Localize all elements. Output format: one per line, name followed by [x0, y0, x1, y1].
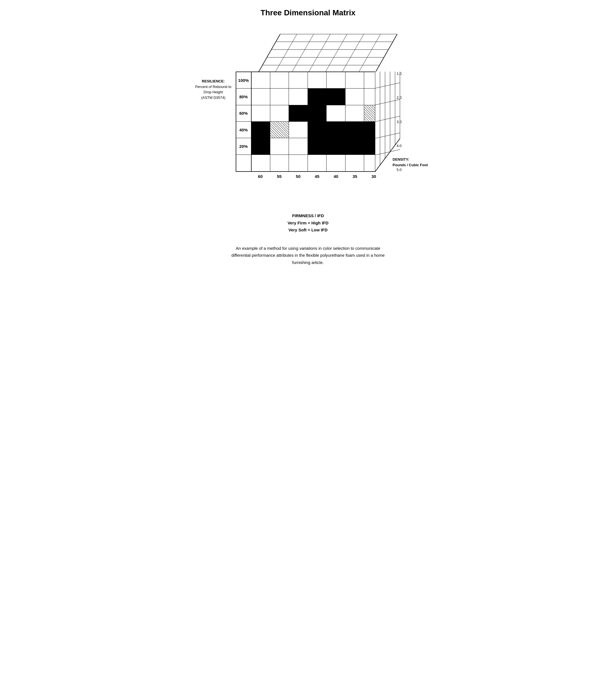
density-tick: 5.0	[396, 167, 401, 172]
grid-row: 80%	[236, 88, 383, 105]
grid-cell	[327, 105, 345, 121]
col-label: 50	[289, 172, 307, 179]
description-text: An example of a method for using variati…	[227, 245, 389, 266]
row-label	[236, 155, 252, 171]
grid-cell	[346, 138, 364, 154]
grid-cell	[308, 72, 327, 88]
resilience-label: RESILIENCE: Percent of Rebound to Drop H…	[191, 78, 236, 100]
grid-cell	[289, 155, 307, 171]
grid-cells	[252, 138, 383, 154]
column-labels: 60555045403530	[236, 172, 384, 179]
grid-row: 100%	[236, 72, 383, 88]
grid-cell	[252, 122, 270, 138]
svg-marker-1	[258, 34, 397, 73]
grid-cells	[252, 72, 383, 88]
grid-cell	[289, 122, 307, 138]
grid-cell	[327, 88, 345, 105]
density-tick: 1.0	[396, 72, 401, 76]
col-label: 60	[251, 172, 270, 179]
chart-container: RESILIENCE: Percent of Rebound to Drop H…	[194, 34, 422, 195]
row-label: 80%	[236, 88, 252, 105]
row-label: 40%	[236, 122, 252, 138]
grid-cell	[346, 155, 364, 171]
col-label: 45	[307, 172, 327, 179]
grid-cell	[252, 88, 270, 105]
density-tick: 2.0	[396, 96, 401, 100]
front-face: 100%80%60%40%20%	[236, 72, 384, 172]
grid-row: 20%	[236, 138, 383, 154]
row-label: 100%	[236, 72, 252, 88]
grid-row	[236, 155, 383, 171]
grid-cell	[308, 155, 327, 171]
grid-cell	[270, 105, 289, 121]
grid-row: 40%	[236, 122, 383, 138]
grid-cell	[289, 72, 307, 88]
grid-cell	[308, 105, 327, 121]
grid-cell	[327, 122, 345, 138]
row-label: 60%	[236, 105, 252, 121]
grid-cell	[346, 105, 364, 121]
row-label: 20%	[236, 138, 252, 154]
density-label: DENSITY: Pounds / Cubic Foot	[393, 157, 428, 167]
col-label: 40	[327, 172, 346, 179]
grid-cell	[346, 88, 364, 105]
grid-cell	[252, 155, 270, 171]
grid-cell	[308, 138, 327, 154]
grid-cell	[289, 138, 307, 154]
grid-cell	[270, 72, 289, 88]
grid-cell	[289, 105, 307, 121]
grid-cell	[308, 122, 327, 138]
grid-cell	[308, 88, 327, 105]
grid-cells	[252, 88, 383, 105]
grid-cell	[289, 88, 307, 105]
grid-cell	[346, 122, 364, 138]
col-label: 30	[364, 172, 384, 179]
grid-cell	[252, 105, 270, 121]
grid-cell	[346, 72, 364, 88]
grid-cell	[327, 138, 345, 154]
grid-cell	[270, 155, 289, 171]
grid-cell	[252, 72, 270, 88]
grid-cell	[252, 138, 270, 154]
cube-wrapper: 100%80%60%40%20% 60555045403530	[236, 34, 408, 190]
page-title: Three Dimensional Matrix	[260, 8, 356, 17]
density-tick: 3.0	[396, 120, 401, 124]
grid-cell	[327, 155, 345, 171]
grid-cell	[270, 122, 289, 138]
grid-cells	[252, 155, 383, 171]
grid-row: 60%	[236, 105, 383, 122]
col-label: 55	[270, 172, 289, 179]
grid-cells	[252, 122, 383, 138]
grid-cell	[327, 72, 345, 88]
col-label: 35	[346, 172, 364, 179]
density-tick: 4.0	[396, 144, 401, 148]
grid-cell	[270, 138, 289, 154]
grid-cell	[270, 88, 289, 105]
firmness-label: FIRMNESS / IFD Very Firm = High IFD Very…	[288, 212, 328, 234]
grid-cells	[252, 105, 383, 121]
bottom-section: FIRMNESS / IFD Very Firm = High IFD Very…	[227, 212, 389, 266]
